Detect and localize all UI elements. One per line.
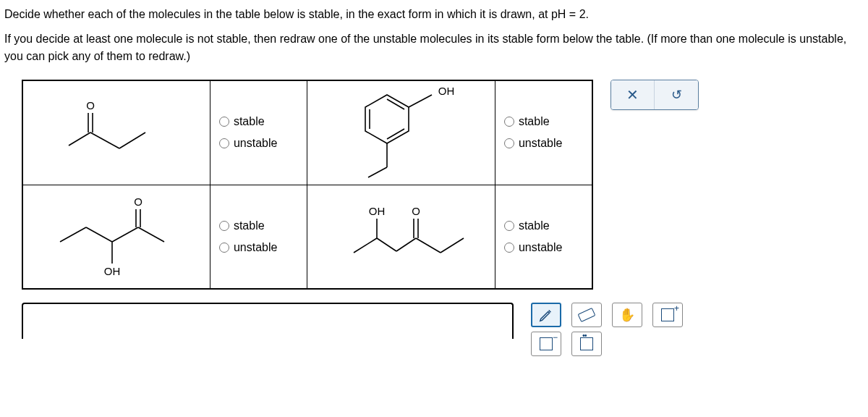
molecule-cell-1: O xyxy=(22,80,210,185)
reset-icon: ↺ xyxy=(671,87,682,103)
lone-pair-tool[interactable] xyxy=(571,332,602,356)
drawing-toolbar: ✋ xyxy=(531,303,683,356)
stable-label: stable xyxy=(234,219,265,232)
stable-option-1[interactable]: stable xyxy=(219,115,299,128)
pencil-icon xyxy=(538,307,554,323)
svg-line-18 xyxy=(112,227,138,242)
unstable-label: unstable xyxy=(234,241,278,254)
unstable-label: unstable xyxy=(234,137,278,150)
unstable-label: unstable xyxy=(519,137,563,150)
molecule-1-svg: O xyxy=(51,89,182,176)
unstable-radio-3[interactable] xyxy=(219,243,229,253)
molecule-3-svg: O OH xyxy=(37,190,196,284)
x-icon: ✕ xyxy=(626,86,639,104)
stable-radio-3[interactable] xyxy=(219,221,229,231)
svg-line-10 xyxy=(409,95,432,107)
instruction-line-1: Decide whether each of the molecules in … xyxy=(4,6,864,23)
svg-text:O: O xyxy=(134,195,142,208)
stable-label: stable xyxy=(519,115,550,128)
svg-line-28 xyxy=(354,238,377,253)
unstable-option-1[interactable]: unstable xyxy=(219,137,299,150)
instruction-line-2: If you decide at least one molecule is n… xyxy=(4,30,864,65)
stable-radio-1[interactable] xyxy=(219,117,229,127)
svg-text:OH: OH xyxy=(104,265,121,277)
pencil-tool[interactable] xyxy=(531,303,561,327)
drawing-canvas[interactable] xyxy=(22,303,514,339)
unstable-option-2[interactable]: unstable xyxy=(504,137,583,150)
clear-button[interactable]: ✕ xyxy=(611,80,655,109)
svg-line-17 xyxy=(138,227,164,242)
options-cell-1: stable unstable xyxy=(210,80,307,185)
svg-line-31 xyxy=(416,238,441,253)
eraser-icon xyxy=(577,308,595,322)
unstable-option-3[interactable]: unstable xyxy=(219,241,299,254)
unstable-radio-1[interactable] xyxy=(219,138,229,148)
action-buttons: ✕ ↺ xyxy=(610,80,699,110)
stable-radio-2[interactable] xyxy=(504,117,514,127)
stable-option-4[interactable]: stable xyxy=(504,219,583,232)
unstable-radio-4[interactable] xyxy=(504,243,514,253)
eraser-tool[interactable] xyxy=(571,303,602,327)
svg-line-13 xyxy=(368,167,387,177)
stable-radio-4[interactable] xyxy=(504,221,514,231)
square-minus-icon xyxy=(540,337,553,350)
svg-line-8 xyxy=(387,99,404,109)
unstable-option-4[interactable]: unstable xyxy=(504,241,583,254)
svg-text:O: O xyxy=(412,205,420,217)
molecule-2-svg: OH xyxy=(322,82,481,183)
molecule-cell-3: O OH xyxy=(22,185,210,289)
svg-marker-6 xyxy=(365,95,409,143)
molecule-cell-4: OH O xyxy=(307,185,495,289)
svg-line-3 xyxy=(69,132,90,146)
molecule-table: O stable unstable xyxy=(22,80,593,290)
options-cell-4: stable unstable xyxy=(495,185,592,289)
hand-icon: ✋ xyxy=(619,307,635,323)
svg-line-4 xyxy=(90,132,119,148)
svg-line-29 xyxy=(377,238,396,251)
square-plus-icon xyxy=(661,308,674,321)
molecule-cell-2: OH xyxy=(307,80,495,185)
unstable-radio-2[interactable] xyxy=(504,138,514,148)
svg-text:O: O xyxy=(86,99,95,111)
options-cell-3: stable unstable xyxy=(210,185,307,289)
charge-minus-tool[interactable] xyxy=(531,332,561,356)
unstable-label: unstable xyxy=(519,241,563,254)
reset-button[interactable]: ↺ xyxy=(655,80,698,109)
options-cell-2: stable unstable xyxy=(495,80,592,185)
svg-line-20 xyxy=(60,227,86,242)
svg-text:OH: OH xyxy=(438,85,454,97)
stable-label: stable xyxy=(519,219,550,232)
molecule-4-svg: OH O xyxy=(322,193,481,280)
stable-label: stable xyxy=(234,115,265,128)
charge-plus-tool[interactable] xyxy=(652,303,683,327)
svg-line-9 xyxy=(387,129,404,139)
instructions: Decide whether each of the molecules in … xyxy=(4,6,864,65)
svg-line-32 xyxy=(441,238,464,253)
svg-line-5 xyxy=(119,132,145,148)
hand-tool[interactable]: ✋ xyxy=(612,303,642,327)
svg-line-19 xyxy=(86,227,112,242)
stable-option-3[interactable]: stable xyxy=(219,219,299,232)
svg-line-30 xyxy=(396,238,416,251)
svg-text:OH: OH xyxy=(368,205,385,217)
square-dots-icon xyxy=(580,337,593,350)
stable-option-2[interactable]: stable xyxy=(504,115,583,128)
